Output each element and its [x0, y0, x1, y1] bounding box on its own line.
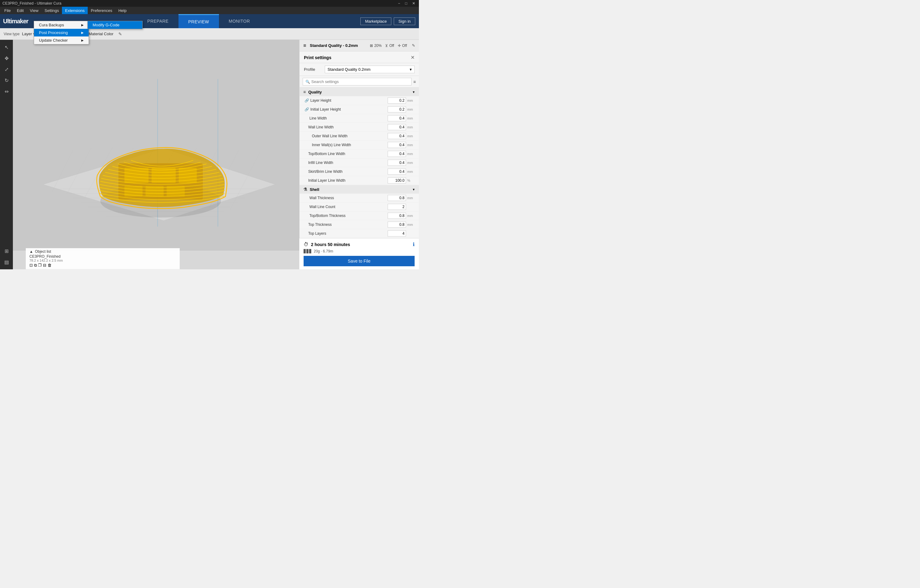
main-area: ↖ ✥ ⤢ ↻ ⇔ ⊞ ▤	[0, 40, 419, 269]
layer-height-input[interactable]	[388, 97, 406, 103]
settings-title: Print settings	[304, 55, 331, 60]
tool-move[interactable]: ✥	[2, 53, 11, 63]
minimize-button[interactable]: −	[397, 1, 402, 5]
close-button[interactable]: ✕	[411, 1, 416, 5]
cura-backups-arrow	[81, 23, 84, 27]
tool-mirror[interactable]: ⇔	[2, 86, 11, 96]
viewport[interactable]: ▲ Object list CE3PRO_Finished 78.2 x 142…	[13, 40, 299, 269]
tab-monitor[interactable]: MONITOR	[219, 14, 260, 28]
topbottom-line-width-input[interactable]	[388, 151, 406, 157]
search-bar: 🔍 ≡	[300, 76, 419, 88]
support-param: ⊻ Off	[385, 44, 394, 48]
top-layers-input[interactable]	[388, 230, 406, 237]
menu-view[interactable]: View	[27, 7, 41, 14]
link-icon-2[interactable]: 🔗	[305, 107, 309, 111]
tab-preview[interactable]: PREVIEW	[178, 14, 219, 28]
info-icon[interactable]: ℹ	[413, 241, 415, 247]
titlebar-controls[interactable]: − □ ✕	[397, 1, 416, 5]
menu-preferences[interactable]: Preferences	[88, 7, 115, 14]
menu-file[interactable]: File	[1, 7, 14, 14]
object-icon-delete[interactable]: 🗑	[47, 263, 52, 268]
setting-line-width: Line Width mm	[300, 114, 419, 123]
viewport-canvas	[13, 40, 299, 250]
wall-line-width-input[interactable]	[388, 124, 406, 130]
material-row: ▊▊▊ 20g · 6.79m	[304, 249, 415, 254]
titlebar-title: CE3PRO_Finished - Ultimaker Cura	[2, 1, 62, 5]
quality-section-label: Quality	[308, 90, 322, 94]
signin-button[interactable]: Sign in	[394, 18, 415, 25]
menu-extensions[interactable]: Extensions	[62, 7, 88, 14]
save-panel: ⏱ 2 hours 50 minutes ℹ ▊▊▊ 20g · 6.79m S…	[299, 238, 419, 269]
wall-thickness-input[interactable]	[388, 195, 406, 201]
menu-edit[interactable]: Edit	[14, 7, 27, 14]
post-processing-arrow	[81, 31, 84, 34]
close-settings-button[interactable]: ✕	[411, 55, 415, 60]
support-value: Off	[389, 44, 394, 48]
initial-layer-height-input[interactable]	[388, 106, 406, 113]
svg-rect-26	[125, 186, 143, 196]
object-list-label: Object list	[35, 249, 51, 254]
menu-settings[interactable]: Settings	[41, 7, 62, 14]
extensions-post-processing[interactable]: Post Processing	[34, 29, 89, 36]
tool-scale[interactable]: ⤢	[2, 65, 11, 74]
extensions-cura-backups[interactable]: Cura Backups	[34, 21, 89, 29]
shell-section-header[interactable]: ⚗ Shell	[300, 185, 419, 194]
shell-section-chevron	[412, 187, 415, 192]
initial-layer-line-width-input[interactable]	[388, 178, 406, 184]
maximize-button[interactable]: □	[404, 1, 408, 5]
quality-label: Standard Quality - 0.2mm	[310, 43, 366, 48]
quality-section-header[interactable]: ≡ Quality	[300, 88, 419, 96]
search-input-wrapper[interactable]: 🔍	[303, 78, 411, 86]
object-action-icons: ⊡ ⧉ ❐ ⊟ 🗑	[29, 263, 176, 268]
save-to-file-button[interactable]: Save to File	[304, 256, 415, 266]
object-icon-save[interactable]: ⊟	[43, 263, 46, 268]
time-row: ⏱ 2 hours 50 minutes ℹ	[304, 241, 415, 247]
link-icon[interactable]: 🔗	[305, 99, 309, 103]
right-panel: ≡ Standard Quality - 0.2mm ⊠ 20% ⊻ Off ✛…	[299, 40, 419, 269]
marketplace-button[interactable]: Marketplace	[360, 18, 391, 25]
object-info: ▲ Object list CE3PRO_Finished 78.2 x 142…	[26, 248, 180, 269]
setting-initial-layer-height: 🔗 Initial Layer Height mm	[300, 105, 419, 114]
modify-gcode-item[interactable]: Modify G-Code	[88, 21, 142, 29]
line-width-input[interactable]	[388, 115, 406, 121]
shell-section-label: Shell	[310, 187, 319, 192]
setting-inner-wall-line-width: Inner Wall(s) Line Width mm	[300, 141, 419, 150]
topbottom-thickness-input[interactable]	[388, 213, 406, 219]
view-type-label: View type	[4, 32, 19, 36]
logo: Ultimaker	[0, 14, 37, 28]
object-list-toggle[interactable]: ▲ Object list	[29, 249, 176, 254]
setting-skirt-brim-line-width: Skirt/Brim Line Width mm	[300, 167, 419, 176]
skirt-brim-line-width-input[interactable]	[388, 168, 406, 174]
tool-select[interactable]: ↖	[2, 42, 11, 52]
tool-layers[interactable]: ▤	[2, 257, 11, 267]
material-bars-icon: ▊▊▊	[304, 249, 312, 254]
object-icon-copy[interactable]: ⧉	[34, 263, 37, 268]
tab-prepare[interactable]: PREPARE	[138, 14, 178, 28]
wall-line-count-input[interactable]	[388, 204, 406, 210]
infill-icon: ⊠	[370, 44, 373, 48]
search-input[interactable]	[311, 79, 409, 84]
tool-rotate[interactable]: ↻	[2, 75, 11, 85]
support-icon: ⊻	[385, 44, 388, 48]
titlebar: CE3PRO_Finished - Ultimaker Cura − □ ✕	[0, 0, 419, 7]
quality-edit-icon[interactable]: ✎	[412, 43, 415, 48]
extensions-update-checker[interactable]: Update Checker	[34, 36, 89, 44]
menu-help[interactable]: Help	[115, 7, 130, 14]
outer-wall-line-width-input[interactable]	[388, 133, 406, 139]
extensions-dropdown: Cura Backups Post Processing Update Chec…	[34, 21, 89, 44]
object-icon-box[interactable]: ⊡	[29, 263, 33, 268]
object-icon-duplicate[interactable]: ❐	[38, 263, 42, 268]
color-scheme-edit-icon[interactable]: ✎	[118, 32, 122, 36]
settings-list[interactable]: ≡ Quality 🔗 Layer Height mm 🔗 Initial La…	[300, 88, 419, 251]
quality-icon: ≡	[303, 43, 306, 48]
filter-icon[interactable]: ≡	[413, 79, 416, 84]
inner-wall-line-width-input[interactable]	[388, 142, 406, 148]
menubar: File Edit View Settings Extensions Prefe…	[0, 7, 419, 14]
collapse-icon: ▲	[29, 249, 33, 254]
profile-select[interactable]: Standard Quality 0.2mm ▾	[325, 66, 415, 73]
profile-select-value: Standard Quality 0.2mm	[327, 67, 371, 72]
top-thickness-input[interactable]	[388, 221, 406, 228]
tool-support[interactable]: ⊞	[2, 246, 11, 256]
header-right: Marketplace Sign in	[360, 18, 419, 25]
infill-line-width-input[interactable]	[388, 160, 406, 166]
